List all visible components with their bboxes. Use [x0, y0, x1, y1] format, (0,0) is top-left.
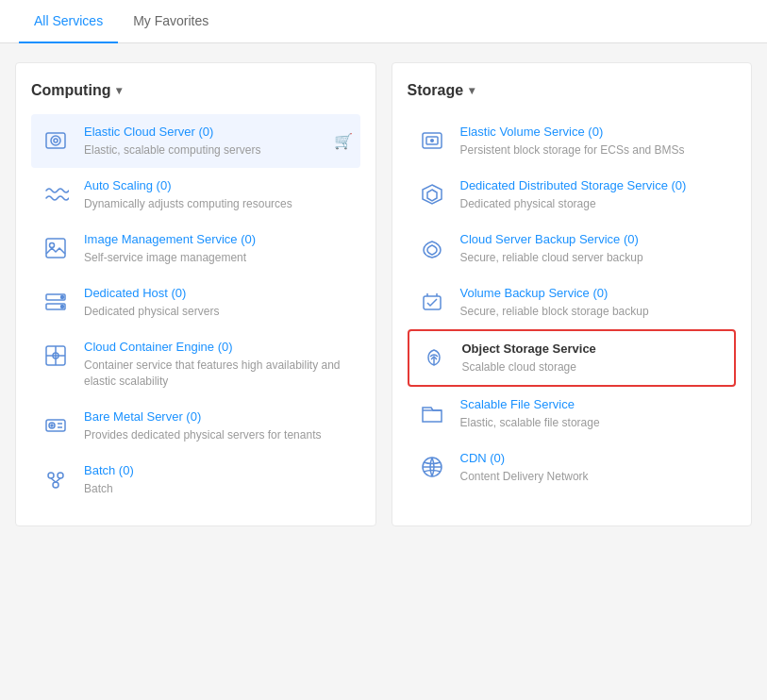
- service-item-csbs[interactable]: Cloud Server Backup Service (0) Secure, …: [408, 222, 737, 275]
- svg-point-13: [51, 425, 53, 426]
- bms-desc: Provides dedicated physical servers for …: [84, 427, 353, 443]
- svg-point-4: [50, 242, 55, 247]
- csbs-icon: [415, 231, 449, 265]
- dss-desc: Dedicated physical storage: [460, 196, 729, 212]
- service-item-auto-scaling[interactable]: Auto Scaling (0) Dynamically adjusts com…: [31, 168, 360, 222]
- computing-chevron-icon: ▾: [116, 84, 122, 97]
- vbs-icon: [415, 285, 449, 319]
- sfs-name: Scalable File Service: [460, 396, 729, 413]
- evs-name: Elastic Volume Service (0): [460, 124, 729, 141]
- cce-info: Cloud Container Engine (0) Container ser…: [84, 339, 353, 390]
- tabs-bar: All Services My Favorites: [0, 0, 767, 43]
- svg-point-19: [430, 139, 434, 142]
- sfs-desc: Elastic, scalable file storage: [460, 415, 729, 431]
- svg-point-16: [53, 482, 58, 488]
- sfs-info: Scalable File Service Elastic, scalable …: [460, 396, 729, 431]
- tab-my-favorites[interactable]: My Favorites: [118, 0, 224, 43]
- service-item-ims[interactable]: Image Management Service (0) Self-servic…: [31, 222, 360, 275]
- service-item-ecs[interactable]: Elastic Cloud Server (0) Elastic, scalab…: [31, 114, 360, 168]
- sfs-icon: [415, 396, 449, 430]
- svg-point-7: [61, 295, 64, 298]
- cdn-name: CDN (0): [460, 450, 729, 467]
- auto-scaling-desc: Dynamically adjusts computing resources: [84, 196, 353, 212]
- dss-icon: [415, 177, 449, 211]
- batch-name: Batch (0): [84, 462, 353, 479]
- service-item-deh[interactable]: Dedicated Host (0) Dedicated physical se…: [31, 275, 360, 329]
- vbs-name: Volume Backup Service (0): [460, 285, 729, 302]
- storage-panel: Storage ▾ Elastic Volume Service (0) Per…: [392, 62, 753, 526]
- dss-name: Dedicated Distributed Storage Service (0…: [460, 177, 729, 194]
- cce-name: Cloud Container Engine (0): [84, 339, 353, 356]
- service-item-sfs[interactable]: Scalable File Service Elastic, scalable …: [408, 387, 737, 441]
- service-item-batch[interactable]: Batch (0) Batch: [31, 453, 360, 507]
- svg-point-15: [58, 473, 63, 478]
- svg-point-2: [54, 139, 58, 142]
- deh-info: Dedicated Host (0) Dedicated physical se…: [84, 285, 353, 320]
- auto-scaling-icon: [39, 177, 73, 211]
- evs-desc: Persistent block storage for ECSs and BM…: [460, 142, 729, 158]
- ims-desc: Self-service image management: [84, 250, 353, 266]
- vbs-info: Volume Backup Service (0) Secure, reliab…: [460, 285, 729, 320]
- service-item-dss[interactable]: Dedicated Distributed Storage Service (0…: [408, 168, 737, 222]
- batch-info: Batch (0) Batch: [84, 462, 353, 497]
- ecs-cart-icon: 🛒: [334, 132, 353, 150]
- deh-desc: Dedicated physical servers: [84, 304, 353, 320]
- computing-panel: Computing ▾ Elastic Cloud Server (0) Ela…: [15, 62, 376, 526]
- evs-info: Elastic Volume Service (0) Persistent bl…: [460, 124, 729, 158]
- auto-scaling-info: Auto Scaling (0) Dynamically adjusts com…: [84, 177, 353, 212]
- obs-info: Object Storage Service Scalable cloud st…: [462, 341, 727, 375]
- storage-section-title[interactable]: Storage ▾: [408, 82, 737, 99]
- ecs-info: Elastic Cloud Server (0) Elastic, scalab…: [84, 124, 353, 158]
- service-item-cce[interactable]: Cloud Container Engine (0) Container ser…: [31, 329, 360, 399]
- storage-title-text: Storage: [408, 82, 464, 99]
- dss-info: Dedicated Distributed Storage Service (0…: [460, 177, 729, 212]
- obs-desc: Scalable cloud storage: [462, 359, 727, 375]
- deh-icon: [39, 285, 73, 319]
- vbs-desc: Secure, reliable block storage backup: [460, 304, 729, 320]
- obs-name: Object Storage Service: [462, 341, 727, 358]
- csbs-info: Cloud Server Backup Service (0) Secure, …: [460, 231, 729, 266]
- svg-rect-3: [46, 239, 65, 258]
- service-item-vbs[interactable]: Volume Backup Service (0) Secure, reliab…: [408, 275, 737, 329]
- svg-point-1: [51, 136, 60, 145]
- service-item-cdn[interactable]: CDN (0) Content Delivery Network: [408, 441, 737, 494]
- deh-name: Dedicated Host (0): [84, 285, 353, 302]
- computing-title-text: Computing: [31, 82, 110, 99]
- tab-all-services[interactable]: All Services: [19, 0, 118, 43]
- evs-icon: [415, 124, 449, 158]
- cdn-icon: [415, 450, 449, 484]
- ecs-desc: Elastic, scalable computing servers: [84, 142, 353, 158]
- bms-info: Bare Metal Server (0) Provides dedicated…: [84, 408, 353, 443]
- cdn-desc: Content Delivery Network: [460, 469, 729, 485]
- obs-icon: [417, 341, 451, 375]
- svg-point-8: [61, 305, 64, 308]
- cdn-info: CDN (0) Content Delivery Network: [460, 450, 729, 485]
- ims-icon: [39, 231, 73, 265]
- bms-icon: [39, 408, 73, 442]
- csbs-name: Cloud Server Backup Service (0): [460, 231, 729, 248]
- batch-icon: [39, 462, 73, 496]
- service-item-bms[interactable]: Bare Metal Server (0) Provides dedicated…: [31, 399, 360, 453]
- storage-chevron-icon: ▾: [469, 84, 475, 97]
- ecs-icon: [39, 124, 73, 158]
- service-item-evs[interactable]: Elastic Volume Service (0) Persistent bl…: [408, 114, 737, 168]
- auto-scaling-name: Auto Scaling (0): [84, 177, 353, 194]
- ecs-name: Elastic Cloud Server (0): [84, 124, 353, 141]
- ims-info: Image Management Service (0) Self-servic…: [84, 231, 353, 266]
- csbs-desc: Secure, reliable cloud server backup: [460, 250, 729, 266]
- cce-desc: Container service that features high ava…: [84, 358, 353, 390]
- main-content: Computing ▾ Elastic Cloud Server (0) Ela…: [0, 43, 767, 545]
- bms-name: Bare Metal Server (0): [84, 408, 353, 425]
- svg-point-14: [48, 473, 54, 478]
- batch-desc: Batch: [84, 481, 353, 497]
- svg-marker-21: [427, 190, 437, 201]
- service-item-obs[interactable]: Object Storage Service Scalable cloud st…: [408, 329, 737, 387]
- ims-name: Image Management Service (0): [84, 231, 353, 248]
- computing-section-title[interactable]: Computing ▾: [31, 82, 360, 99]
- cce-icon: [39, 339, 73, 373]
